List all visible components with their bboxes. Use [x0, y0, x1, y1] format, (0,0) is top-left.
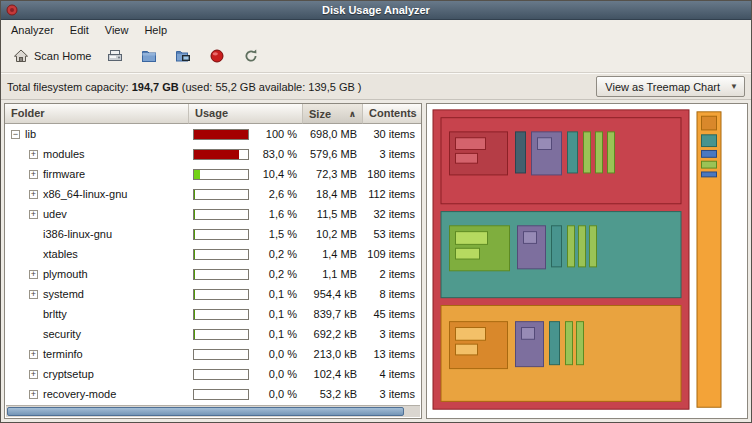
- folder-cell: + terminfo: [5, 348, 189, 360]
- usage-bar: [193, 169, 249, 180]
- usage-cell: 83,0 %: [189, 148, 303, 160]
- folder-name: x86_64-linux-gnu: [43, 188, 127, 200]
- table-row[interactable]: + systemd 0,1 % 954,4 kB 8 items: [5, 284, 421, 304]
- expander-icon[interactable]: +: [29, 210, 38, 219]
- folder-cell: − lib: [5, 128, 189, 140]
- contents-value: 4 items: [363, 368, 421, 380]
- view-mode-dropdown[interactable]: View as Treemap Chart ▼: [596, 76, 745, 97]
- usage-percent: 2,6 %: [269, 188, 297, 200]
- column-header-contents[interactable]: Contents: [363, 104, 421, 124]
- folder-cell: + systemd: [5, 288, 189, 300]
- usage-bar: [193, 309, 249, 320]
- folder-name: brltty: [43, 308, 67, 320]
- horizontal-scrollbar[interactable]: [6, 405, 420, 417]
- column-header-folder[interactable]: Folder: [5, 104, 189, 124]
- expander-icon[interactable]: +: [29, 290, 38, 299]
- usage-cell: 0,2 %: [189, 248, 303, 260]
- usage-bar: [193, 349, 249, 360]
- table-row[interactable]: security 0,1 % 692,2 kB 3 items: [5, 324, 421, 344]
- toolbar: Scan Home: [1, 40, 751, 73]
- contents-value: 13 items: [363, 348, 421, 360]
- usage-percent: 0,1 %: [269, 288, 297, 300]
- refresh-button[interactable]: [235, 42, 267, 70]
- scan-filesystem-button[interactable]: [99, 42, 131, 70]
- table-row[interactable]: + x86_64-linux-gnu 2,6 % 18,4 MB 112 ite…: [5, 184, 421, 204]
- main-area: Folder Usage Size ∧ Contents − lib 100 %…: [1, 100, 751, 422]
- expander-icon[interactable]: −: [11, 130, 20, 139]
- table-row[interactable]: + recovery-mode 0,0 % 53,2 kB 3 items: [5, 384, 421, 404]
- treemap-chart[interactable]: [427, 104, 747, 418]
- treemap-panel: [426, 103, 748, 419]
- table-row[interactable]: + modules 83,0 % 579,6 MB 3 items: [5, 144, 421, 164]
- folder-cell: + plymouth: [5, 268, 189, 280]
- table-row[interactable]: i386-linux-gnu 1,5 % 10,2 MB 53 items: [5, 224, 421, 244]
- folder-name: lib: [25, 128, 36, 140]
- expander-icon[interactable]: +: [29, 270, 38, 279]
- contents-value: 109 items: [363, 248, 421, 260]
- menu-edit[interactable]: Edit: [62, 21, 97, 39]
- folder-name: firmware: [43, 168, 85, 180]
- usage-cell: 0,1 %: [189, 288, 303, 300]
- table-body: − lib 100 % 698,0 MB 30 items + modules …: [5, 124, 421, 418]
- title-bar[interactable]: Disk Usage Analyzer: [1, 1, 751, 20]
- menu-help[interactable]: Help: [136, 21, 175, 39]
- table-row[interactable]: − lib 100 % 698,0 MB 30 items: [5, 124, 421, 144]
- usage-bar: [193, 149, 249, 160]
- usage-bar: [193, 209, 249, 220]
- table-row[interactable]: + terminfo 0,0 % 213,0 kB 13 items: [5, 344, 421, 364]
- usage-percent: 0,2 %: [269, 268, 297, 280]
- expander-icon[interactable]: +: [29, 190, 38, 199]
- usage-bar-fill: [194, 190, 195, 199]
- folder-name: recovery-mode: [43, 388, 116, 400]
- table-row[interactable]: xtables 0,2 % 1,4 MB 109 items: [5, 244, 421, 264]
- folder-cell: brltty: [5, 308, 189, 320]
- expander-icon[interactable]: +: [29, 370, 38, 379]
- scrollbar-thumb[interactable]: [7, 407, 404, 416]
- table-row[interactable]: + udev 1,6 % 11,5 MB 32 items: [5, 204, 421, 224]
- usage-bar-fill: [194, 230, 195, 239]
- usage-cell: 2,6 %: [189, 188, 303, 200]
- size-value: 698,0 MB: [303, 128, 363, 140]
- menu-view[interactable]: View: [97, 21, 137, 39]
- folder-name: xtables: [43, 248, 78, 260]
- size-value: 1,4 MB: [303, 248, 363, 260]
- column-header-usage[interactable]: Usage: [189, 104, 303, 124]
- folder-name: udev: [43, 208, 67, 220]
- folder-cell: + cryptsetup: [5, 368, 189, 380]
- column-header-size[interactable]: Size ∧: [303, 104, 363, 124]
- usage-percent: 0,0 %: [269, 348, 297, 360]
- usage-bar-fill: [194, 130, 248, 139]
- menu-analyzer[interactable]: Analyzer: [3, 21, 62, 39]
- usage-percent: 0,1 %: [269, 328, 297, 340]
- usage-bar: [193, 269, 249, 280]
- table-row[interactable]: brltty 0,1 % 839,7 kB 45 items: [5, 304, 421, 324]
- contents-value: 180 items: [363, 168, 421, 180]
- contents-value: 3 items: [363, 388, 421, 400]
- stop-button[interactable]: [201, 42, 233, 70]
- usage-cell: 10,4 %: [189, 168, 303, 180]
- usage-cell: 0,2 %: [189, 268, 303, 280]
- contents-value: 53 items: [363, 228, 421, 240]
- usage-bar-fill: [194, 150, 239, 159]
- refresh-icon: [243, 48, 259, 64]
- expander-icon[interactable]: +: [29, 390, 38, 399]
- table-row[interactable]: + cryptsetup 0,0 % 102,4 kB 4 items: [5, 364, 421, 384]
- expander-icon[interactable]: +: [29, 350, 38, 359]
- usage-cell: 0,0 %: [189, 388, 303, 400]
- size-value: 213,0 kB: [303, 348, 363, 360]
- capacity-value: 194,7 GB: [132, 81, 179, 93]
- table-row[interactable]: + plymouth 0,2 % 1,1 MB 2 items: [5, 264, 421, 284]
- expander-icon[interactable]: +: [29, 170, 38, 179]
- expander-icon[interactable]: +: [29, 150, 38, 159]
- scan-folder-button[interactable]: [133, 42, 165, 70]
- usage-bar: [193, 369, 249, 380]
- usage-bar: [193, 189, 249, 200]
- folder-name: cryptsetup: [43, 368, 94, 380]
- table-row[interactable]: + firmware 10,4 % 72,3 MB 180 items: [5, 164, 421, 184]
- scan-home-button[interactable]: Scan Home: [5, 42, 99, 70]
- contents-value: 30 items: [363, 128, 421, 140]
- scan-remote-folder-button[interactable]: [167, 42, 199, 70]
- folder-cell: + x86_64-linux-gnu: [5, 188, 189, 200]
- size-value: 579,6 MB: [303, 148, 363, 160]
- remote-folder-icon: [175, 48, 191, 64]
